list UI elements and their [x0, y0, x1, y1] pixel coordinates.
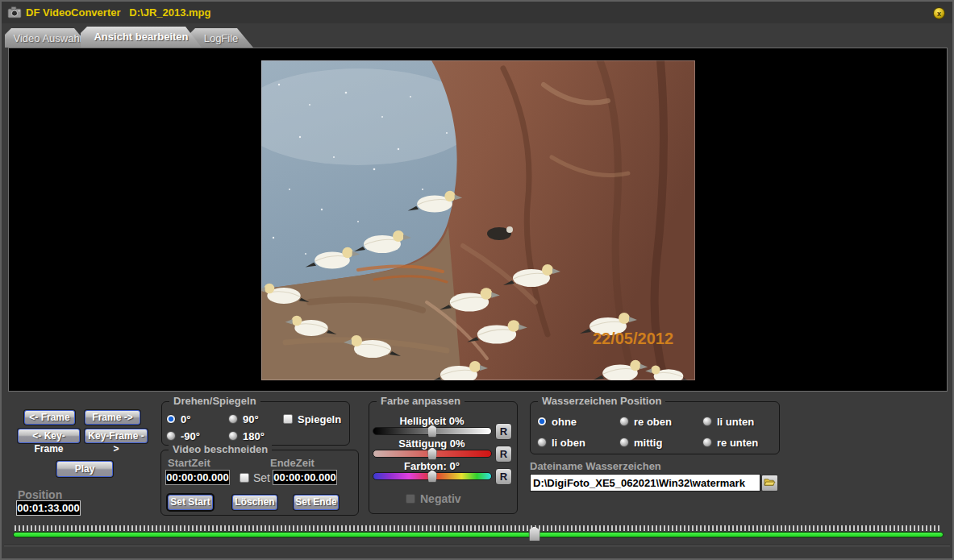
- end-time-label: EndeZeit: [270, 457, 315, 469]
- trim-group: Video beschneiden StartZeit EndeZeit Set…: [160, 450, 359, 516]
- radio-watermark-mittig-label[interactable]: mittig: [634, 437, 662, 449]
- video-preview-area: 22/05/2012: [8, 48, 948, 392]
- watermark-position-group: Wasserzeichen Position ohne re oben li u…: [530, 401, 780, 454]
- radio-watermark-ohne-label[interactable]: ohne: [552, 416, 577, 428]
- end-time-field[interactable]: [273, 470, 337, 485]
- app-window: DF VideoConverter D:\JR_2013.mpg x Video…: [0, 0, 954, 560]
- start-time-field[interactable]: [165, 470, 230, 485]
- saturation-reset-button[interactable]: R: [495, 446, 512, 463]
- watermark-filename-field[interactable]: [530, 474, 760, 492]
- title-bar: DF VideoConverter D:\JR_2013.mpg x: [2, 2, 952, 23]
- timeline-ticks: [15, 525, 942, 531]
- saturation-slider[interactable]: [373, 450, 492, 458]
- radio-rotate-180[interactable]: [228, 431, 238, 441]
- brightness-reset-button[interactable]: R: [495, 423, 512, 440]
- radio-rotate-0[interactable]: [166, 414, 176, 424]
- set-checkbox-label[interactable]: Set: [253, 471, 270, 484]
- radio-watermark-li-oben[interactable]: [537, 438, 547, 447]
- browse-watermark-button[interactable]: [761, 475, 778, 492]
- set-end-button[interactable]: Set Ende: [294, 495, 339, 510]
- position-label: Position: [18, 488, 62, 501]
- negative-checkbox-label[interactable]: Negativ: [420, 492, 461, 505]
- brightness-slider[interactable]: [373, 427, 492, 435]
- frame-forward-button[interactable]: Frame ->: [85, 410, 140, 425]
- color-group-title: Farbe anpassen: [377, 395, 465, 407]
- negative-checkbox[interactable]: [406, 494, 415, 504]
- keyframe-back-button[interactable]: <- Key-Frame: [18, 429, 80, 443]
- timeline-track[interactable]: [13, 532, 944, 537]
- window-title: DF VideoConverter D:\JR_2013.mpg: [26, 6, 211, 19]
- keyframe-forward-button[interactable]: Key-Frame ->: [85, 429, 148, 443]
- color-group: Farbe anpassen Helligkeit 0% R Sättigung…: [369, 401, 518, 514]
- hue-slider-thumb[interactable]: [427, 470, 438, 483]
- radio-watermark-re-unten[interactable]: [702, 438, 712, 447]
- set-start-button[interactable]: Set Start: [168, 495, 213, 510]
- radio-watermark-li-unten[interactable]: [702, 417, 712, 426]
- trim-group-title: Video beschneiden: [169, 443, 272, 455]
- radio-rotate-90[interactable]: [228, 414, 238, 424]
- radio-rotate-neg90-label[interactable]: -90°: [181, 430, 200, 442]
- radio-watermark-re-unten-label[interactable]: re unten: [717, 437, 758, 449]
- watermark-group-title: Wasserzeichen Position: [538, 395, 665, 407]
- video-frame-image: 22/05/2012: [261, 60, 695, 380]
- folder-open-icon: [764, 477, 776, 487]
- position-value: 00:01:33.000: [16, 500, 81, 516]
- mirror-checkbox[interactable]: [283, 414, 293, 424]
- camera-icon: [7, 6, 22, 19]
- rotate-group: Drehen/Spiegeln 0° 90° -90° 180° Spiegel…: [161, 401, 350, 446]
- bottom-divider: [4, 545, 950, 546]
- radio-rotate-0-label[interactable]: 0°: [181, 413, 190, 425]
- start-time-label: StartZeit: [168, 457, 210, 469]
- hue-reset-button[interactable]: R: [495, 468, 512, 485]
- frame-back-button[interactable]: <- Frame: [24, 410, 75, 425]
- radio-watermark-li-unten-label[interactable]: li unten: [717, 416, 754, 428]
- hue-slider[interactable]: [373, 472, 492, 480]
- radio-watermark-re-oben-label[interactable]: re oben: [634, 416, 672, 428]
- mirror-checkbox-label[interactable]: Spiegeln: [298, 413, 341, 425]
- radio-watermark-li-oben-label[interactable]: li oben: [552, 437, 585, 449]
- radio-rotate-neg90[interactable]: [166, 431, 176, 441]
- set-checkbox[interactable]: [240, 473, 249, 483]
- radio-watermark-re-oben[interactable]: [619, 417, 629, 426]
- close-icon[interactable]: x: [933, 7, 945, 19]
- radio-rotate-180-label[interactable]: 180°: [243, 430, 265, 442]
- tab-video-auswahl[interactable]: Video Auswahl: [5, 28, 90, 48]
- saturation-slider-thumb[interactable]: [427, 447, 438, 460]
- date-stamp: 22/05/2012: [592, 330, 673, 347]
- brightness-slider-thumb[interactable]: [427, 425, 438, 438]
- rotate-group-title: Drehen/Spiegeln: [169, 395, 260, 407]
- timeline-trackbar[interactable]: [10, 523, 947, 544]
- tab-ansicht-bearbeiten[interactable]: Ansicht bearbeiten: [81, 27, 202, 48]
- radio-watermark-mittig[interactable]: [619, 438, 629, 447]
- radio-rotate-90-label[interactable]: 90°: [243, 413, 259, 425]
- radio-watermark-ohne[interactable]: [537, 417, 547, 426]
- clear-button[interactable]: Löschen: [232, 495, 277, 510]
- play-button[interactable]: Play: [56, 461, 113, 477]
- watermark-filename-label: Dateiname Wasserzeichen: [530, 460, 661, 472]
